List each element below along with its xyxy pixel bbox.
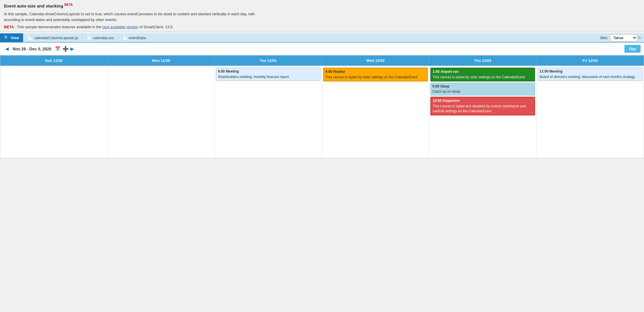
beta-note: BETA : This sample demonstrates features…	[4, 25, 640, 29]
event-thu-inspection[interactable]: 10:00 Inspection This canvas is styled a…	[430, 97, 535, 115]
file-icon-1: 📄	[27, 35, 32, 40]
calendar-nav: ◀ Nov 29 - Dec 5, 2020 📅 ➕ ▶ Day	[0, 43, 644, 55]
day-header-tue: Tue 12/01	[215, 56, 322, 66]
cell-fri: 11:00 Meeting Board of directors meeting…	[536, 66, 644, 158]
day-header-sun: Sun 11/29	[0, 56, 108, 66]
tab-view[interactable]: 🔍 View	[0, 33, 23, 42]
event-desc-realtor: This canvas is styled by color settings …	[325, 75, 425, 80]
event-wed-realtor[interactable]: 8:00 Realtor This canvas is styled by co…	[323, 68, 428, 81]
skin-label: Skin:	[600, 36, 608, 40]
skin-extra-label: D	[638, 36, 641, 39]
event-header-inspection: 10:00 Inspection	[433, 98, 533, 103]
day-button[interactable]: Day	[624, 45, 641, 53]
event-header-airport: 1:00 Airport run	[433, 69, 533, 74]
tab-css[interactable]: 📄 calendar.css	[83, 33, 118, 42]
search-icon: 🔍	[4, 35, 9, 40]
title-text: Event auto-size and stacking	[4, 3, 63, 8]
event-desc-inspection: This canvas is styled and disabled by cu…	[433, 104, 533, 114]
skin-select[interactable]: Tahoe Simplicity Enterprise BlackOps	[610, 34, 637, 41]
event-thu-airport[interactable]: 1:00 Airport run This canvas is styled b…	[430, 68, 535, 81]
cell-mon	[108, 66, 215, 158]
cell-thu: 1:00 Airport run This canvas is styled b…	[429, 66, 536, 158]
tab-column-layouts-label: calendarColumnLayouts.js	[34, 36, 78, 40]
cell-tue: 9:00 Meeting Shareholders meeting: month…	[215, 66, 322, 158]
file-icon-3: 📄	[122, 35, 127, 40]
event-header: 8:00 Realtor	[325, 69, 425, 74]
tab-event-data[interactable]: 📄 eventData	[118, 33, 150, 42]
event-header-fri: 11:00 Meeting	[540, 69, 641, 74]
tab-event-data-label: eventData	[129, 36, 146, 40]
day-header-mon: Mon 11/30	[108, 56, 215, 66]
day-header-fri: Fri 12/04	[536, 56, 644, 66]
skin-selector: Skin: Tahoe Simplicity Enterprise BlackO…	[600, 34, 644, 41]
description: In this sample, Calendar.showColumnLayou…	[4, 11, 640, 22]
add-event-icon[interactable]: ➕	[62, 46, 69, 52]
tab-view-label: View	[11, 36, 19, 40]
file-icon-2: 📄	[87, 35, 91, 40]
cell-wed: 8:00 Realtor This canvas is styled by co…	[322, 66, 429, 158]
calendar-icon[interactable]: 📅	[55, 46, 61, 52]
page-title: Event auto-size and stackingBETA	[4, 3, 640, 8]
day-header-wed: Wed 12/02	[322, 56, 429, 66]
event-header-sleep: 5:00 Sleep	[432, 84, 533, 89]
beta-note-suffix: of SmartClient, 13.0.	[138, 25, 173, 29]
event-time: 9:00 Meeting	[218, 69, 319, 74]
event-fri-meeting[interactable]: 11:00 Meeting Board of directors meeting…	[538, 68, 643, 81]
event-desc-fri: Board of directors meeting: discussion o…	[540, 75, 641, 79]
event-desc-sleep: Catch up on sleep	[432, 89, 533, 94]
tab-column-layouts[interactable]: 📄 calendarColumnLayouts.js	[23, 33, 82, 42]
prev-arrow[interactable]: ◀	[3, 46, 10, 52]
tab-css-label: calendar.css	[93, 36, 114, 40]
resize-handle: ↘	[530, 110, 533, 114]
calendar-body-row: 9:00 Meeting Shareholders meeting: month…	[0, 66, 644, 158]
event-thu-sleep[interactable]: 5:00 Sleep Catch up on sleep	[430, 83, 535, 96]
date-range: Nov 29 - Dec 5, 2020	[13, 47, 51, 51]
day-header-thu: Thu 12/03	[429, 56, 536, 66]
description-line2: according to event-dates and potentially…	[4, 17, 640, 23]
beta-note-text: : This sample demonstrates features avai…	[14, 25, 102, 29]
beta-badge: BETA	[64, 3, 73, 6]
header-section: Event auto-size and stackingBETA In this…	[0, 0, 644, 32]
calendar-container: Sun 11/29 Mon 11/30 Tue 12/01 Wed 12/02 …	[0, 55, 644, 158]
description-line1: In this sample, Calendar.showColumnLayou…	[4, 11, 640, 17]
event-tue-meeting[interactable]: 9:00 Meeting Shareholders meeting: month…	[216, 68, 321, 81]
cell-sun	[0, 66, 108, 158]
beta-label: BETA	[4, 25, 14, 29]
calendar-header-row: Sun 11/29 Mon 11/30 Tue 12/01 Wed 12/02 …	[0, 56, 644, 66]
event-desc: Shareholders meeting: monthly forecast r…	[218, 75, 319, 79]
next-arrow[interactable]: ▶	[69, 46, 76, 52]
next-version-link[interactable]: next available version	[102, 25, 138, 29]
event-desc-airport: This canvas is styled by color settings …	[433, 75, 533, 80]
tabs-bar: 🔍 View 📄 calendarColumnLayouts.js 📄 cale…	[0, 33, 644, 43]
